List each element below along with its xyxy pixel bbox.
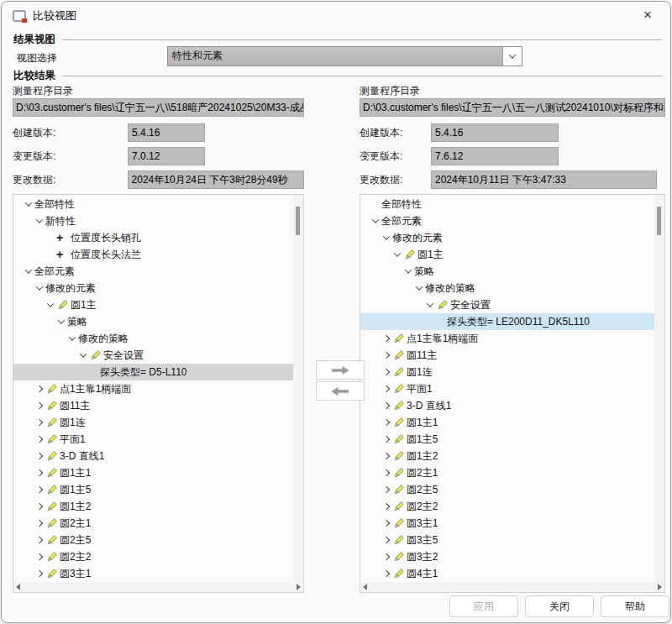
expand-icon[interactable] [380,521,392,526]
right-tree-horizontal-scrollbar[interactable] [360,582,664,592]
tree-node[interactable]: 圆1主 [13,296,293,313]
expand-icon[interactable] [33,504,45,509]
tree-node[interactable]: 修改的策略 [360,280,654,296]
collapse-icon[interactable] [380,235,392,240]
tree-node[interactable]: 圆3主5 [360,532,654,548]
expand-icon[interactable] [33,420,45,425]
tree-node[interactable]: 安全设置 [13,347,293,364]
tree-node[interactable]: +位置度长头法兰 [13,246,293,263]
tree-node[interactable]: 圆1连 [360,364,654,380]
close-button[interactable]: 关闭 [525,595,594,617]
dropdown-button[interactable] [502,47,522,66]
vertical-scrollbar-thumb[interactable] [296,207,300,235]
tree-node[interactable]: 圆3主1 [360,515,654,532]
apply-button[interactable]: 应用 [449,595,518,617]
collapse-icon[interactable] [66,336,78,341]
tree-node[interactable]: 新特性 [13,212,293,229]
tree-node[interactable]: 圆1连 [13,414,293,431]
tree-node[interactable]: 平面1 [360,380,654,397]
expand-icon[interactable] [380,504,392,509]
collapse-icon[interactable] [369,218,381,223]
tree-node[interactable]: 探头类型= LE200D11_DK5L110 [360,313,654,330]
view-select-dropdown[interactable]: 特性和元素 [167,46,522,66]
tree-node[interactable]: 圆1主2 [360,448,654,464]
tree-node[interactable]: 全部特性 [13,196,293,212]
expand-icon[interactable] [33,487,45,492]
tree-node[interactable]: 点1主靠1柄端面 [13,380,293,397]
expand-icon[interactable] [380,537,392,543]
help-button[interactable]: 帮助 [601,595,669,617]
tree-node[interactable]: 修改的元素 [13,280,293,296]
collapse-icon[interactable] [412,286,425,291]
expand-icon[interactable] [380,420,392,425]
tree-node[interactable]: 圆2主1 [13,515,293,532]
tree-node[interactable]: 圆1主2 [13,498,293,515]
tree-node[interactable]: 策略 [13,313,293,330]
tree-node[interactable]: 策略 [360,263,654,280]
expand-icon[interactable] [33,403,45,408]
expand-icon[interactable] [33,571,45,576]
close-icon[interactable]: × [635,5,660,25]
expand-icon[interactable] [33,470,45,475]
right-tree-vertical-scrollbar[interactable] [654,195,664,582]
tree-node[interactable]: 圆3主1 [13,565,293,582]
left-tree-horizontal-scrollbar[interactable] [13,582,303,592]
expand-icon[interactable] [380,437,392,442]
tree-node[interactable]: 修改的元素 [360,229,654,246]
tree-node[interactable]: 圆1主1 [13,464,293,481]
tree-node[interactable]: 平面1 [13,431,293,448]
copy-to-left-button[interactable] [316,381,365,401]
tree-node[interactable]: 探头类型= D5-L110 [13,364,293,380]
tree-node[interactable]: 圆2主5 [360,481,654,498]
tree-node[interactable]: 圆2主5 [13,532,293,548]
expand-icon[interactable] [380,454,392,459]
expand-icon[interactable] [380,403,392,408]
expand-icon[interactable] [33,454,45,459]
scroll-left-arrow-icon[interactable] [363,584,367,590]
collapse-icon[interactable] [55,319,67,324]
tree-node[interactable]: 3-D 直线1 [13,448,293,464]
tree-node[interactable]: 圆2主2 [13,548,293,565]
tree-node[interactable]: 圆2主1 [360,464,654,481]
tree-node[interactable]: 圆1主5 [13,481,293,498]
expand-icon[interactable] [380,353,392,358]
expand-icon[interactable] [380,370,392,375]
tree-node[interactable]: 圆1主5 [360,431,654,448]
expand-icon[interactable] [33,537,45,543]
tree-node[interactable]: 圆1主 [360,246,654,263]
expand-icon[interactable] [380,571,392,576]
collapse-icon[interactable] [33,286,45,291]
collapse-icon[interactable] [44,302,56,307]
tree-node[interactable]: 全部特性 [360,196,654,212]
tree-node[interactable]: 圆3主2 [360,548,654,565]
tree-node[interactable]: 圆11主 [360,347,654,364]
expand-icon[interactable] [33,521,45,526]
expand-icon[interactable] [380,554,392,559]
tree-node[interactable]: 点1主靠1柄端面 [360,330,654,347]
collapse-icon[interactable] [22,269,34,274]
collapse-icon[interactable] [33,218,45,223]
collapse-icon[interactable] [402,269,414,274]
expand-icon[interactable] [380,470,392,475]
expand-icon[interactable] [33,554,45,559]
collapse-icon[interactable] [391,252,403,257]
collapse-icon[interactable] [76,353,89,358]
collapse-icon[interactable] [423,302,436,307]
copy-to-right-button[interactable] [316,360,365,380]
scroll-right-arrow-icon[interactable] [658,584,662,590]
vertical-scrollbar-thumb[interactable] [657,207,661,235]
expand-icon[interactable] [33,386,45,391]
left-tree-vertical-scrollbar[interactable] [293,195,303,582]
expand-icon[interactable] [380,336,392,341]
tree-node[interactable]: 圆11主 [13,397,293,414]
tree-node[interactable]: 圆2主2 [360,498,654,515]
tree-node[interactable]: 全部元素 [360,212,654,229]
expand-icon[interactable] [33,437,45,442]
tree-node[interactable]: 修改的策略 [13,330,293,347]
expand-icon[interactable] [380,487,392,492]
tree-node[interactable]: 圆4主1 [360,565,654,582]
scroll-left-arrow-icon[interactable] [16,584,20,590]
expand-icon[interactable] [380,386,392,391]
collapse-icon[interactable] [22,202,34,207]
tree-node[interactable]: 3-D 直线1 [360,397,654,414]
